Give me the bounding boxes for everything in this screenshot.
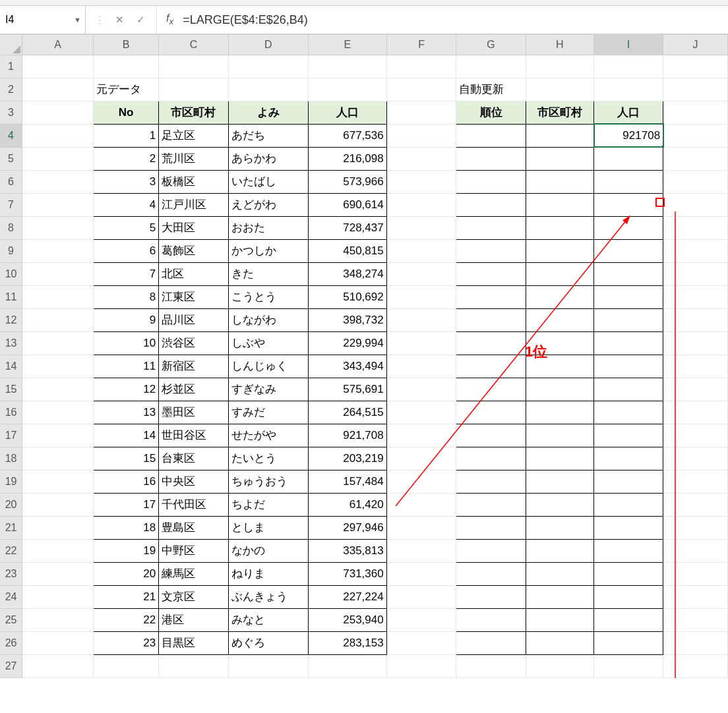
cell-G15[interactable]: [456, 378, 526, 401]
cell-H26[interactable]: [526, 631, 593, 654]
cell-D15[interactable]: すぎなみ: [228, 378, 308, 401]
cell-G14[interactable]: [456, 355, 526, 378]
cell-G1[interactable]: [456, 55, 526, 78]
cell-B4[interactable]: 1: [93, 124, 158, 147]
row-header-24[interactable]: 24: [0, 585, 22, 608]
row-header-12[interactable]: 12: [0, 308, 22, 331]
cell-C22[interactable]: 中野区: [159, 539, 228, 562]
cell-C25[interactable]: 港区: [159, 608, 228, 631]
cell-D22[interactable]: なかの: [228, 539, 308, 562]
cell-G3[interactable]: 順位: [456, 101, 526, 124]
cell-G24[interactable]: [456, 585, 526, 608]
cell-J7[interactable]: [663, 193, 728, 216]
cell-I1[interactable]: [594, 55, 663, 78]
row-header-4[interactable]: 4: [0, 124, 22, 147]
col-header-B[interactable]: B: [93, 35, 158, 55]
row-header-7[interactable]: 7: [0, 193, 22, 216]
cell-F4[interactable]: [386, 124, 456, 147]
cell-B21[interactable]: 18: [93, 516, 158, 539]
worksheet[interactable]: ABCDEFGHIJ12元データ自動更新3No市区町村よみ人口順位市区町村人口4…: [0, 35, 728, 678]
cell-D26[interactable]: めぐろ: [228, 631, 308, 654]
cell-C20[interactable]: 千代田区: [159, 493, 228, 516]
cell-J4[interactable]: [663, 124, 728, 147]
cell-I2[interactable]: [594, 78, 663, 101]
cell-E22[interactable]: 335,813: [308, 539, 386, 562]
cell-C16[interactable]: 墨田区: [159, 401, 228, 424]
cell-C18[interactable]: 台東区: [159, 447, 228, 470]
cell-B26[interactable]: 23: [93, 631, 158, 654]
cell-A2[interactable]: [22, 78, 94, 101]
cell-C26[interactable]: 目黒区: [159, 631, 228, 654]
cell-F6[interactable]: [386, 170, 456, 193]
cell-I16[interactable]: [594, 401, 663, 424]
cell-D18[interactable]: たいとう: [228, 447, 308, 470]
cell-I6[interactable]: [594, 170, 663, 193]
cell-C10[interactable]: 北区: [159, 262, 228, 285]
cell-E5[interactable]: 216,098: [308, 147, 386, 170]
cell-G21[interactable]: [456, 516, 526, 539]
cell-A9[interactable]: [22, 239, 94, 262]
cell-I20[interactable]: [594, 493, 663, 516]
cell-C1[interactable]: [159, 55, 228, 78]
cell-H3[interactable]: 市区町村: [526, 101, 593, 124]
cell-F23[interactable]: [386, 562, 456, 585]
cell-J25[interactable]: [663, 608, 728, 631]
cell-J18[interactable]: [663, 447, 728, 470]
cell-F3[interactable]: [386, 101, 456, 124]
cell-A17[interactable]: [22, 424, 94, 447]
cell-B8[interactable]: 5: [93, 216, 158, 239]
cell-F2[interactable]: [386, 78, 456, 101]
row-header-6[interactable]: 6: [0, 170, 22, 193]
cell-G11[interactable]: [456, 285, 526, 308]
cell-I25[interactable]: [594, 608, 663, 631]
row-header-9[interactable]: 9: [0, 239, 22, 262]
cell-E12[interactable]: 398,732: [308, 308, 386, 331]
cell-I24[interactable]: [594, 585, 663, 608]
cell-F22[interactable]: [386, 539, 456, 562]
cell-A10[interactable]: [22, 262, 94, 285]
cell-F1[interactable]: [386, 55, 456, 78]
cell-B12[interactable]: 9: [93, 308, 158, 331]
cell-F16[interactable]: [386, 401, 456, 424]
cell-B24[interactable]: 21: [93, 585, 158, 608]
cell-J2[interactable]: [663, 78, 728, 101]
cell-A21[interactable]: [22, 516, 94, 539]
cell-I21[interactable]: [594, 516, 663, 539]
cell-D5[interactable]: あらかわ: [228, 147, 308, 170]
cell-J10[interactable]: [663, 262, 728, 285]
cell-B19[interactable]: 16: [93, 470, 158, 493]
cell-A11[interactable]: [22, 285, 94, 308]
cell-E10[interactable]: 348,274: [308, 262, 386, 285]
cell-F18[interactable]: [386, 447, 456, 470]
cell-D14[interactable]: しんじゅく: [228, 355, 308, 378]
cell-J1[interactable]: [663, 55, 728, 78]
row-header-17[interactable]: 17: [0, 424, 22, 447]
cell-C2[interactable]: [159, 78, 228, 101]
cell-J3[interactable]: [663, 101, 728, 124]
cell-I18[interactable]: [594, 447, 663, 470]
cell-G13[interactable]: [456, 331, 526, 355]
row-header-26[interactable]: 26: [0, 631, 22, 654]
cell-F25[interactable]: [386, 608, 456, 631]
cell-D1[interactable]: [228, 55, 308, 78]
cell-C24[interactable]: 文京区: [159, 585, 228, 608]
cell-A7[interactable]: [22, 193, 94, 216]
cell-A23[interactable]: [22, 562, 94, 585]
cell-A3[interactable]: [22, 101, 94, 124]
cell-C5[interactable]: 荒川区: [159, 147, 228, 170]
cell-A26[interactable]: [22, 631, 94, 654]
col-header-D[interactable]: D: [228, 35, 308, 55]
row-header-11[interactable]: 11: [0, 285, 22, 308]
cell-E27[interactable]: [308, 654, 386, 677]
cancel-icon[interactable]: ✕: [113, 14, 126, 26]
cell-I10[interactable]: [594, 262, 663, 285]
col-header-I[interactable]: I: [594, 35, 663, 55]
cell-F24[interactable]: [386, 585, 456, 608]
cell-I11[interactable]: [594, 285, 663, 308]
row-header-18[interactable]: 18: [0, 447, 22, 470]
cell-G9[interactable]: [456, 239, 526, 262]
cell-D7[interactable]: えどがわ: [228, 193, 308, 216]
cell-J6[interactable]: [663, 170, 728, 193]
cell-C23[interactable]: 練馬区: [159, 562, 228, 585]
cell-J12[interactable]: [663, 308, 728, 331]
